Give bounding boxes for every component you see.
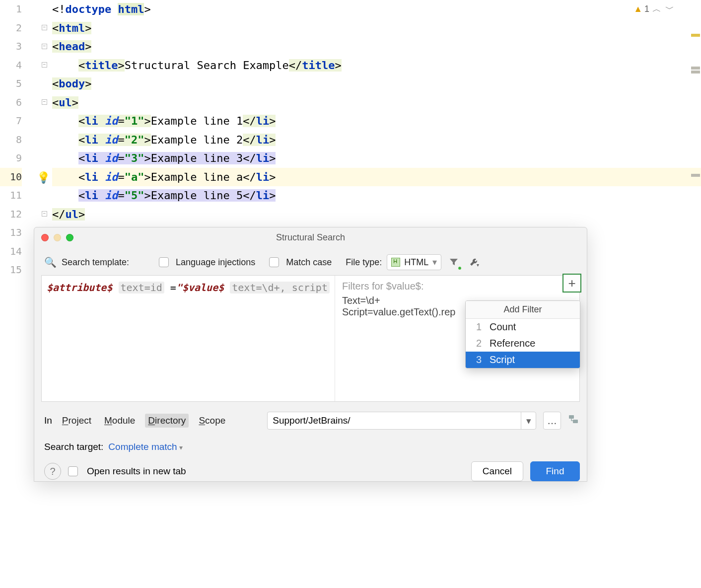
popup-index: 1: [473, 321, 490, 333]
scope-scope-text: cope: [205, 415, 225, 426]
info-stripe[interactable]: [691, 67, 700, 70]
li-id: a: [131, 171, 138, 183]
popup-label: Script: [490, 354, 515, 366]
line-number: 4: [0, 56, 22, 75]
line-number: 15: [0, 261, 22, 280]
scope-directory-text: irectory: [155, 415, 186, 426]
template-var-attribute: $attribute$: [47, 282, 112, 294]
warning-count: 1: [644, 4, 649, 14]
popup-index: 2: [473, 338, 490, 349]
search-template-label: Search template:: [62, 257, 129, 268]
warning-stripe[interactable]: [691, 34, 700, 37]
scope-directory-option[interactable]: Directory: [145, 414, 189, 428]
popup-index: 3: [473, 354, 490, 366]
line-number: 8: [0, 131, 22, 149]
intention-bulb-icon[interactable]: 💡: [37, 171, 50, 184]
line-number: 9: [0, 149, 22, 168]
info-stripe[interactable]: [691, 174, 700, 177]
browse-directory-button[interactable]: …: [543, 412, 561, 430]
scope-module-option[interactable]: Module: [101, 414, 138, 428]
line-number: 2: [0, 19, 22, 38]
add-filter-popup-title: Add Filter: [466, 301, 580, 319]
scope-in-label: In: [44, 415, 52, 426]
add-filter-option-reference[interactable]: 2 Reference: [466, 335, 580, 352]
filter-icon[interactable]: [446, 255, 461, 270]
language-injections-label: Language injections: [176, 257, 255, 268]
filters-panel: Filters for $value$: Text=\d+ Script=val…: [335, 276, 579, 401]
line-number: 13: [0, 223, 22, 242]
li-text: Example line 2: [151, 134, 243, 146]
match-case-checkbox[interactable]: [269, 257, 279, 267]
cancel-button[interactable]: Cancel: [471, 461, 523, 481]
li-id: 5: [131, 189, 138, 202]
directory-path-input[interactable]: [268, 415, 521, 426]
file-type-label: File type:: [346, 257, 382, 268]
fold-toggle-icon[interactable]: −: [42, 44, 47, 49]
search-target-value[interactable]: Complete match▾: [108, 441, 182, 452]
line-number: 5: [0, 74, 22, 93]
scope-project-text: roject: [69, 415, 91, 426]
svg-rect-1: [573, 420, 578, 423]
chevron-down-icon: ▾: [432, 257, 437, 268]
li-id: 3: [131, 152, 138, 164]
prev-highlight-icon[interactable]: ︿: [651, 3, 662, 15]
info-stripe[interactable]: [691, 71, 700, 74]
template-hint-attr: text=id: [119, 282, 164, 294]
add-filter-option-script[interactable]: 3 Script: [466, 352, 580, 368]
fold-toggle-icon[interactable]: −: [42, 99, 47, 105]
open-results-label: Open results in new tab: [87, 466, 186, 477]
li-text: Example line 5: [151, 189, 243, 202]
li-id: 2: [131, 134, 138, 146]
line-number: 3: [0, 37, 22, 56]
li-id: 1: [131, 115, 138, 127]
fold-toggle-icon[interactable]: −: [42, 211, 47, 217]
find-button[interactable]: Find: [530, 461, 580, 481]
line-number-gutter: 1 2 3 4 5 6 7 8 9 10 11 12 13 14 15: [0, 0, 30, 280]
recursive-search-icon[interactable]: [568, 413, 580, 428]
add-filter-button[interactable]: +: [562, 274, 581, 293]
open-results-checkbox[interactable]: [68, 466, 78, 476]
line-number: 11: [0, 186, 22, 205]
fold-toggle-icon[interactable]: −: [42, 25, 47, 30]
template-hint-val: text=\d+, script: [230, 282, 330, 294]
dialog-titlebar[interactable]: Structural Search: [34, 227, 587, 247]
line-number: 12: [0, 205, 22, 224]
svg-rect-0: [569, 415, 574, 419]
line-number: 1: [0, 0, 22, 19]
chevron-down-icon: ▾: [179, 443, 183, 451]
filters-heading: Filters for $value$:: [342, 281, 572, 292]
settings-wrench-icon[interactable]: ▾: [466, 255, 481, 270]
popup-label: Count: [490, 321, 516, 333]
li-text: Example line a: [151, 171, 243, 183]
file-type-select[interactable]: HTML ▾: [387, 254, 441, 270]
inspection-summary[interactable]: ▲ 1 ︿ ﹀: [633, 3, 675, 15]
template-eq: =: [164, 282, 176, 294]
doctype-arg: html: [118, 3, 144, 15]
line-number: 10: [0, 168, 22, 187]
line-number: 14: [0, 242, 22, 261]
title-text: Structural Search Example: [125, 59, 289, 72]
add-filter-option-count[interactable]: 1 Count: [466, 319, 580, 335]
search-icon: 🔍: [44, 256, 57, 268]
inspection-strip[interactable]: [686, 0, 701, 278]
next-highlight-icon[interactable]: ﹀: [664, 3, 675, 15]
directory-history-dropdown[interactable]: ▾: [521, 412, 536, 429]
li-text: Example line 1: [151, 115, 243, 127]
li-text: Example line 3: [151, 152, 243, 164]
popup-label: Reference: [490, 338, 535, 349]
dialog-title: Structural Search: [34, 232, 587, 243]
fold-toggle-icon[interactable]: −: [42, 62, 47, 68]
language-injections-checkbox[interactable]: [159, 257, 169, 267]
warning-icon: ▲: [633, 4, 642, 14]
scope-module-text: odule: [112, 415, 136, 426]
doctype-keyword: doctype: [66, 3, 112, 15]
directory-path-field[interactable]: ▾: [267, 412, 536, 430]
file-type-value: HTML: [404, 257, 428, 268]
add-filter-popup: Add Filter 1 Count 2 Reference 3 Script: [465, 300, 580, 368]
scope-project-option[interactable]: Project: [59, 414, 94, 428]
search-template-editor[interactable]: $attribute$ text=id ="$value$ text=\d+, …: [42, 276, 335, 401]
scope-scope-option[interactable]: Scope: [196, 414, 228, 428]
match-case-label: Match case: [286, 257, 332, 268]
help-button[interactable]: ?: [44, 463, 61, 480]
line-number: 7: [0, 112, 22, 131]
